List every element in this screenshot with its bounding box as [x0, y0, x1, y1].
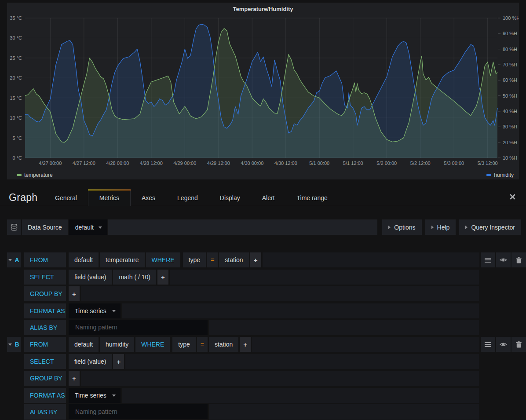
y-axis-right-tick: 90 %H: [503, 31, 517, 36]
measurement-segment[interactable]: humidity: [100, 337, 134, 352]
query-menu-icon[interactable]: [481, 337, 495, 352]
x-axis-tick: 4/27 12:00: [73, 161, 95, 166]
query-b-format-row: FORMAT AS Time series: [24, 388, 479, 403]
chevron-right-icon: [465, 226, 468, 229]
y-axis-left-tick: 20 °C: [10, 75, 22, 80]
y-axis-right-tick: 70 %H: [503, 62, 517, 67]
operator-segment[interactable]: =: [197, 337, 208, 352]
format-as-keyword: FORMAT AS: [24, 303, 66, 318]
select-field-segment[interactable]: field (value): [69, 270, 112, 285]
add-select-button[interactable]: +: [113, 354, 124, 369]
add-group-by-button[interactable]: +: [69, 371, 80, 386]
close-icon[interactable]: [510, 194, 515, 200]
tab-time-range[interactable]: Time range: [285, 189, 338, 206]
datasource-select[interactable]: default: [69, 219, 107, 235]
query-toggle-visibility-icon[interactable]: [496, 337, 511, 352]
add-condition-button[interactable]: +: [250, 252, 261, 267]
x-axis-tick: 4/30 00:00: [241, 161, 263, 166]
policy-segment[interactable]: default: [69, 337, 99, 352]
help-button[interactable]: Help: [425, 219, 456, 235]
editor-tabs: GeneralMetricsAxesLegendDisplayAlertTime…: [44, 189, 339, 206]
tab-general[interactable]: General: [44, 189, 88, 206]
query-b-select-row: SELECT field (value) +: [24, 354, 479, 369]
query-a-select-row: SELECT field (value) math ( / 10) +: [24, 270, 479, 285]
y-axis-right-tick: 60 %H: [503, 77, 517, 83]
format-as-keyword: FORMAT AS: [24, 388, 66, 403]
y-axis-left-tick: 30 °C: [10, 35, 22, 40]
from-keyword: FROM: [24, 252, 66, 267]
y-axis-left-tick: 0 °C: [12, 155, 22, 161]
x-axis-tick: 5/1 00:00: [309, 161, 329, 166]
row-spacer: [125, 354, 479, 369]
query-b-collapse[interactable]: B: [7, 337, 21, 352]
tab-metrics[interactable]: Metrics: [88, 189, 131, 206]
policy-segment[interactable]: default: [69, 252, 99, 267]
y-axis-right-tick: 10 %H: [503, 155, 517, 161]
legend-label: humidity: [494, 172, 514, 178]
chevron-down-icon: [8, 259, 12, 261]
query-a-groupby-row: GROUP BY +: [24, 286, 479, 301]
format-as-select[interactable]: Time series: [69, 303, 121, 318]
chevron-right-icon: [431, 226, 434, 229]
query-toggle-visibility-icon[interactable]: [496, 252, 511, 267]
x-axis-tick: 4/29 12:00: [207, 161, 230, 166]
format-as-select[interactable]: Time series: [69, 388, 121, 403]
tag-value-segment[interactable]: station: [209, 337, 238, 352]
row-spacer: [252, 337, 479, 352]
query-inspector-button[interactable]: Query Inspector: [459, 219, 521, 235]
legend-item-temperature[interactable]: temperature: [17, 172, 53, 178]
group-by-keyword: GROUP BY: [24, 371, 66, 386]
alias-input[interactable]: [69, 320, 208, 335]
x-axis-tick: 5/3 00:00: [444, 161, 464, 166]
tab-display[interactable]: Display: [209, 189, 251, 206]
timeseries-chart[interactable]: 35 °C30 °C25 °C20 °C15 °C10 °C5 °C0 °C10…: [7, 3, 519, 169]
format-value: Time series: [75, 307, 106, 314]
x-axis-tick: 4/29 00:00: [173, 161, 196, 166]
tab-legend[interactable]: Legend: [166, 189, 209, 206]
tag-key-segment[interactable]: type: [183, 252, 206, 267]
query-b-groupby-row: GROUP BY +: [24, 371, 479, 386]
x-axis-tick: 4/27 00:00: [39, 161, 62, 166]
row-spacer: [209, 320, 479, 335]
chart-legend: temperature humidity: [17, 172, 514, 178]
format-value: Time series: [75, 392, 106, 399]
select-field-segment[interactable]: field (value): [69, 354, 112, 369]
x-axis-tick: 4/28 12:00: [140, 161, 163, 166]
x-axis-tick: 5/2 00:00: [376, 161, 397, 166]
tab-alert[interactable]: Alert: [251, 189, 286, 206]
x-axis-tick: 5/1 12:00: [343, 161, 363, 166]
humidity-legend-swatch: [486, 174, 491, 176]
query-delete-icon[interactable]: [511, 337, 526, 352]
x-axis-tick: 5/3 12:00: [478, 161, 498, 166]
datasource-row: Data Source default Options Help Query I…: [7, 219, 521, 235]
select-math-segment[interactable]: math ( / 10): [113, 270, 156, 285]
y-axis-right-tick: 80 %H: [503, 47, 517, 52]
datasource-label: Data Source: [22, 219, 68, 235]
row-spacer: [170, 270, 479, 285]
chevron-down-icon: [112, 394, 116, 397]
datasource-row-spacer: [108, 219, 377, 235]
tag-value-segment[interactable]: station: [219, 252, 248, 267]
add-group-by-button[interactable]: +: [69, 286, 80, 301]
measurement-segment[interactable]: temperature: [100, 252, 144, 267]
options-button[interactable]: Options: [382, 219, 421, 235]
tag-key-segment[interactable]: type: [172, 337, 195, 352]
tab-axes[interactable]: Axes: [131, 189, 166, 206]
legend-item-humidity[interactable]: humidity: [486, 172, 514, 178]
row-spacer: [209, 404, 479, 420]
where-keyword: WHERE: [135, 337, 170, 352]
query-delete-icon[interactable]: [511, 252, 526, 267]
query-menu-icon[interactable]: [481, 252, 495, 267]
query-b-alias-row: ALIAS BY: [24, 404, 479, 420]
alias-input[interactable]: [69, 404, 208, 419]
add-select-button[interactable]: +: [157, 270, 168, 285]
query-a-collapse[interactable]: A: [7, 252, 21, 267]
operator-segment[interactable]: =: [207, 252, 218, 267]
y-axis-right-tick: 50 %H: [503, 93, 517, 99]
chevron-down-icon: [8, 343, 12, 346]
x-axis-tick: 4/28 00:00: [106, 161, 129, 166]
from-keyword: FROM: [24, 337, 66, 352]
add-condition-button[interactable]: +: [240, 337, 251, 352]
row-spacer: [81, 286, 479, 301]
temperature-legend-swatch: [17, 174, 22, 176]
